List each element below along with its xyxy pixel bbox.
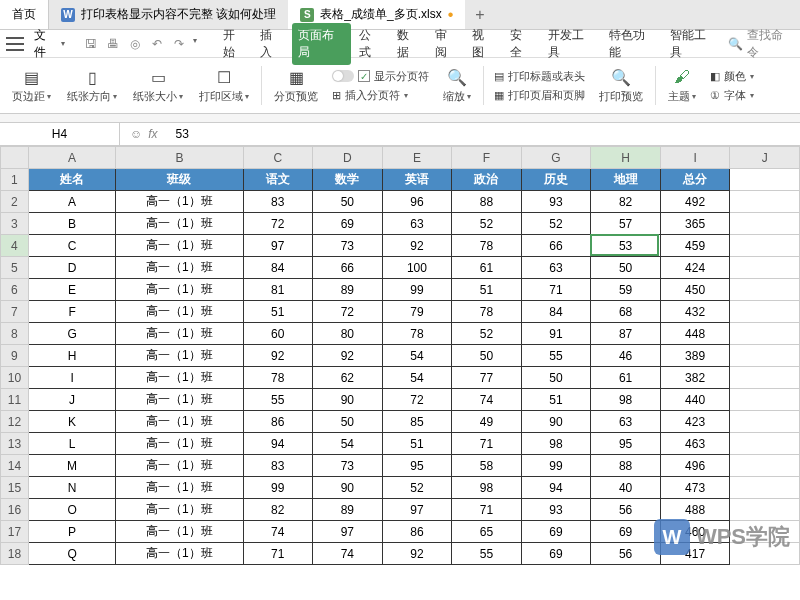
cell[interactable]: 90 [521, 411, 591, 433]
cell[interactable]: 72 [243, 213, 313, 235]
cell[interactable]: 86 [243, 411, 313, 433]
cell[interactable]: 93 [521, 499, 591, 521]
cell[interactable]: 高一（1）班 [116, 345, 243, 367]
column-header[interactable]: C [243, 147, 313, 169]
cell[interactable]: 高一（1）班 [116, 323, 243, 345]
cell[interactable]: 54 [382, 345, 452, 367]
cell[interactable]: D [28, 257, 115, 279]
header-cell[interactable]: 政治 [452, 169, 522, 191]
cell[interactable]: 94 [243, 433, 313, 455]
formula-input[interactable]: 53 [168, 127, 800, 141]
cell[interactable]: 97 [313, 521, 383, 543]
cell[interactable] [730, 345, 800, 367]
cell[interactable]: 63 [382, 213, 452, 235]
cell[interactable] [730, 411, 800, 433]
row-header[interactable]: 7 [1, 301, 29, 323]
ribbon-tab-start[interactable]: 开始 [217, 23, 253, 65]
cell[interactable]: O [28, 499, 115, 521]
row-header[interactable]: 17 [1, 521, 29, 543]
cell[interactable]: 96 [382, 191, 452, 213]
cell[interactable]: 450 [660, 279, 730, 301]
cell[interactable]: 424 [660, 257, 730, 279]
cell[interactable] [730, 257, 800, 279]
cell[interactable]: 50 [313, 191, 383, 213]
ribbon-tab-smart[interactable]: 智能工具 [664, 23, 723, 65]
cell[interactable] [730, 213, 800, 235]
cell[interactable]: 61 [591, 367, 661, 389]
cell[interactable]: Q [28, 543, 115, 565]
cell[interactable]: 55 [521, 345, 591, 367]
column-header[interactable]: H [591, 147, 661, 169]
row-header[interactable]: 14 [1, 455, 29, 477]
cell[interactable]: 86 [382, 521, 452, 543]
row-header[interactable]: 5 [1, 257, 29, 279]
cell[interactable]: 473 [660, 477, 730, 499]
cell[interactable]: 84 [521, 301, 591, 323]
page-break-preview-button[interactable]: ▦ 分页预览 [268, 62, 324, 109]
header-footer-button[interactable]: ▦ 打印页眉和页脚 [494, 88, 585, 103]
cell[interactable]: 432 [660, 301, 730, 323]
cell[interactable]: 100 [382, 257, 452, 279]
print-titles-button[interactable]: ▤ 打印标题或表头 [494, 69, 585, 84]
cell[interactable]: 89 [313, 499, 383, 521]
cell[interactable]: 88 [591, 455, 661, 477]
margin-button[interactable]: ▤ 页边距▾ [6, 62, 57, 109]
cell[interactable]: 高一（1）班 [116, 279, 243, 301]
cell[interactable]: 52 [452, 323, 522, 345]
print-icon[interactable]: 🖶 [105, 36, 121, 52]
ribbon-tab-review[interactable]: 审阅 [429, 23, 465, 65]
cell[interactable]: 68 [591, 301, 661, 323]
cell[interactable]: 94 [521, 477, 591, 499]
ribbon-tab-insert[interactable]: 插入 [254, 23, 290, 65]
cell[interactable]: 53 [591, 235, 661, 257]
cell[interactable] [730, 367, 800, 389]
cell[interactable]: 73 [313, 455, 383, 477]
cell[interactable]: 440 [660, 389, 730, 411]
column-header[interactable]: J [730, 147, 800, 169]
row-header[interactable]: 15 [1, 477, 29, 499]
cell[interactable]: 高一（1）班 [116, 389, 243, 411]
row-header[interactable]: 18 [1, 543, 29, 565]
cell[interactable]: 98 [452, 477, 522, 499]
show-breaks-toggle[interactable]: ✓ 显示分页符 [332, 69, 429, 84]
column-header[interactable]: F [452, 147, 522, 169]
cell[interactable]: 59 [591, 279, 661, 301]
cell[interactable]: 97 [382, 499, 452, 521]
cell[interactable]: 79 [382, 301, 452, 323]
cell[interactable]: 72 [382, 389, 452, 411]
cell[interactable]: 54 [382, 367, 452, 389]
cell[interactable]: P [28, 521, 115, 543]
cell[interactable]: 51 [243, 301, 313, 323]
ribbon-tab-special[interactable]: 特色功能 [603, 23, 662, 65]
insert-break-button[interactable]: ⊞ 插入分页符 ▾ [332, 88, 429, 103]
cell[interactable]: 95 [382, 455, 452, 477]
cell[interactable]: F [28, 301, 115, 323]
column-header[interactable]: A [28, 147, 115, 169]
cell[interactable]: 51 [452, 279, 522, 301]
file-menu-button[interactable]: 文件 ▾ [28, 25, 71, 63]
cell[interactable]: E [28, 279, 115, 301]
font-button[interactable]: ① 字体 ▾ [710, 88, 754, 103]
ribbon-tab-data[interactable]: 数据 [391, 23, 427, 65]
cell[interactable]: 389 [660, 345, 730, 367]
cell[interactable]: 高一（1）班 [116, 367, 243, 389]
cell[interactable]: 78 [452, 301, 522, 323]
cell[interactable]: I [28, 367, 115, 389]
cell[interactable]: N [28, 477, 115, 499]
cell[interactable]: 66 [313, 257, 383, 279]
cell[interactable]: 71 [452, 499, 522, 521]
fx-label[interactable]: fx [148, 127, 157, 141]
cell[interactable]: 56 [591, 499, 661, 521]
cell[interactable] [730, 235, 800, 257]
fx-dropdown-icon[interactable]: ☺ [130, 127, 142, 141]
cell[interactable]: 60 [243, 323, 313, 345]
header-cell[interactable]: 姓名 [28, 169, 115, 191]
cell[interactable]: 99 [243, 477, 313, 499]
cell[interactable]: 95 [591, 433, 661, 455]
cell[interactable]: 74 [452, 389, 522, 411]
cell[interactable]: 高一（1）班 [116, 213, 243, 235]
cell[interactable]: 50 [591, 257, 661, 279]
cell[interactable]: 90 [313, 477, 383, 499]
cell[interactable]: 496 [660, 455, 730, 477]
cell[interactable]: 74 [243, 521, 313, 543]
